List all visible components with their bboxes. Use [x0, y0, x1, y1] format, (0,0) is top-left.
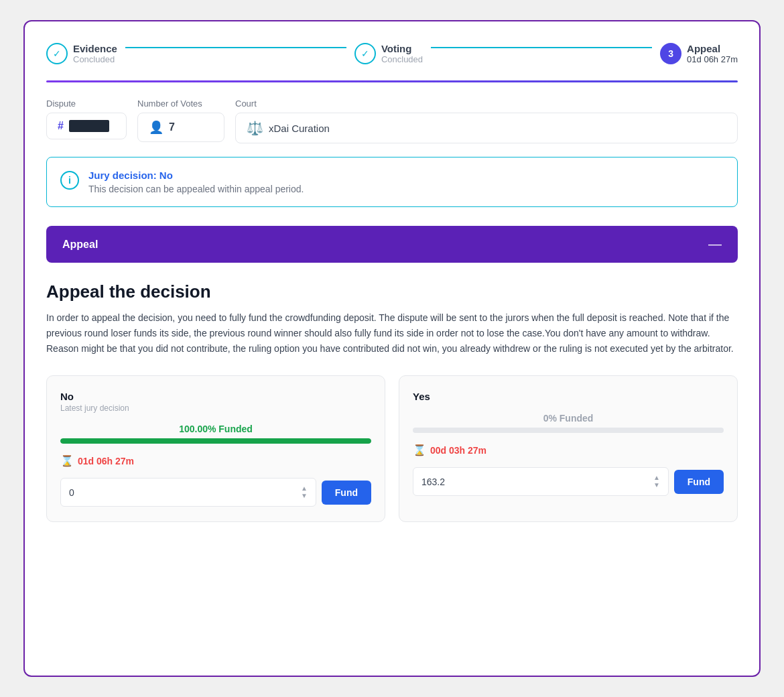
step-evidence: ✓ Evidence Concluded	[46, 43, 117, 64]
card-yes-option: Yes	[413, 391, 724, 402]
stepper: ✓ Evidence Concluded ✓ Voting Concluded	[46, 43, 738, 64]
card-no-input-value: 0	[69, 487, 74, 498]
court-label: Court	[235, 99, 738, 109]
votes-box: 👤 7	[137, 113, 224, 142]
card-no-funded-pct: 100.00% Funded	[60, 424, 371, 434]
card-yes-timer: 00d 03h 27m	[430, 445, 486, 456]
timer-icon-no: ⌛	[60, 454, 74, 467]
appeal-header[interactable]: Appeal —	[46, 226, 738, 263]
appeal-subtitle: 01d 06h 27m	[687, 54, 738, 64]
funding-cards: No Latest jury decision 100.00% Funded ⌛…	[46, 375, 738, 522]
dispute-label: Dispute	[46, 99, 127, 109]
jury-description: This decision can be appealed within app…	[88, 184, 304, 194]
appeal-title: Appeal	[687, 43, 738, 54]
timer-icon-yes: ⌛	[413, 444, 426, 456]
card-no-progress-fill	[60, 438, 371, 444]
fund-button-no[interactable]: Fund	[322, 481, 371, 505]
jury-title: Jury decision: No	[88, 170, 304, 181]
card-yes-input-row: 163.2 ▲ ▼ Fund	[413, 467, 724, 496]
voting-subtitle: Concluded	[381, 54, 423, 64]
appeal-section: Appeal the decision In order to appeal t…	[46, 281, 738, 357]
appeal-section-desc: In order to appeal the decision, you nee…	[46, 310, 738, 357]
evidence-subtitle: Concluded	[73, 54, 117, 64]
step-line-2	[431, 47, 652, 48]
step-voting: ✓ Voting Concluded	[354, 43, 423, 64]
dispute-id-block	[69, 120, 109, 132]
votes-column: Number of Votes 👤 7	[137, 99, 224, 142]
card-no-timer-row: ⌛ 01d 06h 27m	[60, 454, 371, 467]
step-line-1	[125, 47, 346, 48]
votes-label: Number of Votes	[137, 99, 224, 109]
section-divider	[46, 80, 738, 82]
court-column: Court ⚖️ xDai Curation	[235, 99, 738, 143]
evidence-title: Evidence	[73, 43, 117, 54]
jury-decision-box: i Jury decision: No This decision can be…	[46, 157, 738, 207]
card-no-input[interactable]: 0 ▲ ▼	[60, 478, 316, 507]
dispute-box: #	[46, 113, 127, 139]
fund-button-yes[interactable]: Fund	[674, 470, 724, 494]
card-no-spinners[interactable]: ▲ ▼	[301, 485, 308, 499]
spinner-down-yes[interactable]: ▼	[653, 482, 660, 489]
voting-title: Voting	[381, 43, 423, 54]
funding-card-no: No Latest jury decision 100.00% Funded ⌛…	[46, 375, 385, 522]
dispute-hash: #	[58, 120, 64, 132]
card-no-option: No	[60, 391, 371, 402]
main-container: ✓ Evidence Concluded ✓ Voting Concluded	[23, 20, 761, 677]
spinner-down-no[interactable]: ▼	[301, 493, 308, 499]
card-no-input-row: 0 ▲ ▼ Fund	[60, 478, 371, 507]
appeal-header-title: Appeal	[62, 239, 98, 251]
court-box: ⚖️ xDai Curation	[235, 113, 738, 143]
card-no-progress-bg	[60, 438, 371, 444]
votes-icon: 👤	[149, 120, 164, 135]
card-no-timer: 01d 06h 27m	[78, 456, 134, 466]
info-icon: i	[60, 171, 79, 190]
card-yes-timer-row: ⌛ 00d 03h 27m	[413, 444, 724, 456]
appeal-numbered-icon: 3	[660, 43, 681, 64]
card-yes-funded-pct: 0% Funded	[413, 413, 724, 424]
card-yes-input[interactable]: 163.2 ▲ ▼	[413, 467, 669, 496]
court-name: xDai Curation	[269, 123, 330, 134]
evidence-check-icon: ✓	[46, 43, 68, 64]
jury-content: Jury decision: No This decision can be a…	[88, 170, 304, 194]
voting-check-icon: ✓	[354, 43, 376, 64]
card-yes-progress-bg	[413, 428, 724, 433]
card-yes-spinners[interactable]: ▲ ▼	[653, 474, 660, 489]
card-no-label: Latest jury decision	[60, 403, 371, 413]
collapse-icon: —	[708, 237, 722, 252]
funding-card-yes: Yes 0% Funded ⌛ 00d 03h 27m 163.2 ▲ ▼ Fu…	[399, 375, 738, 522]
spinner-up-yes[interactable]: ▲	[653, 474, 660, 481]
scales-icon: ⚖️	[247, 120, 263, 136]
appeal-section-title: Appeal the decision	[46, 281, 738, 302]
dispute-column: Dispute #	[46, 99, 127, 139]
step-appeal: 3 Appeal 01d 06h 27m	[660, 43, 738, 64]
card-yes-input-value: 163.2	[421, 477, 445, 487]
votes-count: 7	[169, 121, 175, 133]
spinner-up-no[interactable]: ▲	[301, 485, 308, 492]
info-row: Dispute # Number of Votes 👤 7 Court ⚖️ x…	[46, 99, 738, 143]
